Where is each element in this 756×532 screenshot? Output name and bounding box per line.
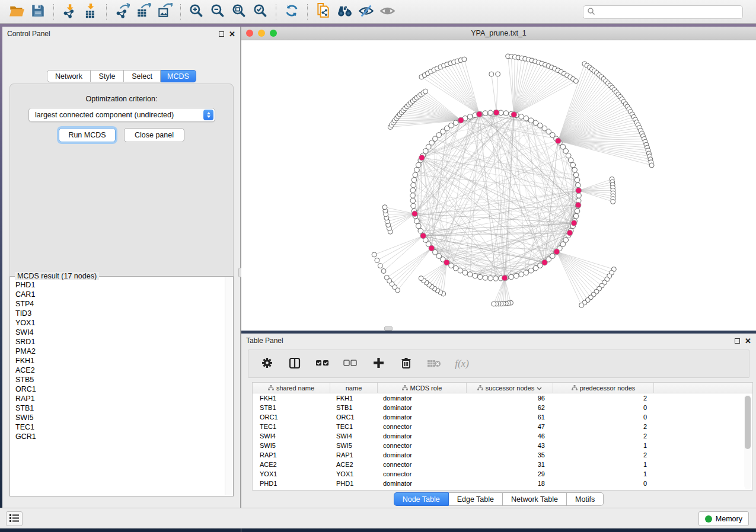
- tab-network[interactable]: Network: [47, 70, 91, 82]
- tab-mcds[interactable]: MCDS: [161, 70, 196, 82]
- mcds-result-item[interactable]: STB5: [11, 375, 225, 384]
- import-network-icon: [62, 3, 77, 20]
- column-header-name[interactable]: name: [330, 383, 378, 393]
- show-hide-columns-button[interactable]: [287, 356, 302, 371]
- tab-style[interactable]: Style: [91, 70, 124, 82]
- mcds-result-list[interactable]: PHD1CAR1STP4TID3YOX1SWI4SRD1PMA2FKH1ACE2…: [11, 280, 225, 495]
- delete-columns-button[interactable]: [398, 356, 414, 371]
- table-row[interactable]: RAP1RAP1dominator352: [253, 450, 752, 460]
- table-scrollbar-thumb[interactable]: [745, 396, 751, 449]
- tab-node-table[interactable]: Node Table: [394, 492, 449, 506]
- memory-status-icon: [705, 515, 712, 523]
- column-header-MCDS-role[interactable]: MCDS role: [378, 383, 467, 393]
- search-network-button[interactable]: [334, 2, 355, 21]
- tab-select[interactable]: Select: [124, 70, 161, 82]
- mcds-result-item[interactable]: ORC1: [11, 384, 225, 394]
- export-image-button[interactable]: [154, 2, 176, 21]
- import-network-button[interactable]: [59, 2, 80, 21]
- column-header-successor-nodes[interactable]: successor nodes: [467, 383, 553, 393]
- toolbar-separator: [180, 4, 181, 20]
- mcds-result-item[interactable]: STB1: [11, 403, 225, 413]
- zoom-in-button[interactable]: [186, 2, 207, 21]
- network-window-title: YPA_prune.txt_1: [241, 29, 756, 37]
- cell-successor-nodes: 96: [467, 393, 553, 403]
- mcds-result-item[interactable]: RAP1: [11, 394, 225, 403]
- criterion-select[interactable]: largest connected component (undirected): [28, 108, 215, 122]
- criterion-value: largest connected component (undirected): [35, 111, 174, 119]
- table-scrollbar[interactable]: [744, 395, 751, 489]
- float-panel-icon[interactable]: [219, 31, 224, 37]
- select-all-rows-button[interactable]: [315, 356, 330, 371]
- cell-MCDS-role: dominator: [378, 412, 467, 422]
- mcds-result-item[interactable]: FKH1: [11, 356, 225, 366]
- memory-button[interactable]: Memory: [698, 511, 749, 526]
- cell-successor-nodes: 31: [467, 460, 553, 469]
- cell-MCDS-role: connector: [378, 469, 467, 479]
- share-document-button[interactable]: [312, 2, 334, 21]
- open-file-button[interactable]: [6, 2, 27, 21]
- mcds-result-item[interactable]: PHD1: [11, 280, 225, 290]
- mcds-result-item[interactable]: TID3: [11, 309, 225, 318]
- close-table-panel-icon[interactable]: ✕: [745, 338, 751, 344]
- table-row[interactable]: PHD1PHD1dominator180: [253, 479, 752, 488]
- save-session-button[interactable]: [27, 2, 49, 21]
- zoom-fit-button[interactable]: [228, 2, 250, 21]
- mcds-result-item[interactable]: SRD1: [11, 337, 225, 347]
- search-box[interactable]: [583, 5, 743, 19]
- float-table-panel-icon[interactable]: [735, 338, 740, 344]
- table-row[interactable]: TEC1TEC1connector472: [253, 422, 752, 431]
- show-graphics-button[interactable]: [377, 2, 398, 21]
- network-window-titlebar[interactable]: YPA_prune.txt_1: [241, 27, 756, 40]
- search-icon: [587, 7, 595, 17]
- mcds-result-item[interactable]: CAR1: [11, 290, 225, 299]
- cell-shared-name: TEC1: [253, 422, 330, 431]
- table-mode-gear-button[interactable]: [259, 356, 275, 371]
- hide-graphics-button[interactable]: [355, 2, 377, 21]
- cell-name: PHD1: [330, 479, 378, 488]
- tab-edge-table[interactable]: Edge Table: [449, 492, 503, 506]
- horizontal-splitter-handle[interactable]: [384, 326, 393, 331]
- mcds-result-item[interactable]: PMA2: [11, 347, 225, 356]
- close-panel-icon[interactable]: ✕: [229, 31, 235, 37]
- create-column-button[interactable]: [371, 356, 386, 371]
- network-canvas[interactable]: [241, 40, 756, 331]
- table-row[interactable]: ORC1ORC1dominator610: [253, 412, 752, 422]
- zoom-out-button[interactable]: [207, 2, 228, 21]
- cell-name: STB1: [330, 403, 378, 412]
- mcds-result-item[interactable]: YOX1: [11, 318, 225, 328]
- mcds-result-item[interactable]: STP4: [11, 299, 225, 309]
- mcds-result-item[interactable]: SWI5: [11, 413, 225, 422]
- export-table-button[interactable]: [133, 2, 154, 21]
- search-input[interactable]: [595, 8, 742, 17]
- table-row[interactable]: ACE2ACE2connector311: [253, 460, 752, 469]
- zoom-selected-button[interactable]: [250, 2, 271, 21]
- mcds-result-item[interactable]: SWI4: [11, 328, 225, 337]
- attribute-icon: [572, 384, 578, 392]
- table-row[interactable]: SWI4SWI4dominator462: [253, 431, 752, 441]
- memory-label: Memory: [716, 515, 742, 523]
- tab-network-table[interactable]: Network Table: [503, 492, 567, 506]
- task-history-button[interactable]: [6, 511, 23, 526]
- cell-MCDS-role: dominator: [378, 450, 467, 460]
- column-header-shared-name[interactable]: shared name: [253, 383, 330, 393]
- mcds-result-item[interactable]: ACE2: [11, 366, 225, 375]
- import-table-button[interactable]: [80, 2, 101, 21]
- tab-motifs[interactable]: Motifs: [567, 492, 604, 506]
- table-row[interactable]: SWI5SWI5connector431: [253, 441, 752, 450]
- run-mcds-button[interactable]: Run MCDS: [59, 128, 116, 142]
- network-graph[interactable]: [241, 40, 756, 331]
- table-row[interactable]: STB1STB1dominator620: [253, 403, 752, 412]
- export-network-button[interactable]: [111, 2, 133, 21]
- cell-successor-nodes: 35: [467, 450, 553, 460]
- mcds-result-item[interactable]: GCR1: [11, 432, 225, 441]
- cell-shared-name: ACE2: [253, 460, 330, 469]
- mcds-list-scrollbar[interactable]: [225, 277, 232, 495]
- deselect-all-rows-button[interactable]: [343, 356, 358, 371]
- table-mode-gear-icon: [261, 357, 273, 370]
- mcds-result-item[interactable]: TEC1: [11, 422, 225, 432]
- table-row[interactable]: FKH1FKH1dominator962: [253, 393, 752, 403]
- close-panel-button[interactable]: Close panel: [124, 128, 184, 142]
- refresh-button[interactable]: [281, 2, 302, 21]
- column-header-predecessor-nodes[interactable]: predecessor nodes: [553, 383, 654, 393]
- table-row[interactable]: YOX1YOX1connector291: [253, 469, 752, 479]
